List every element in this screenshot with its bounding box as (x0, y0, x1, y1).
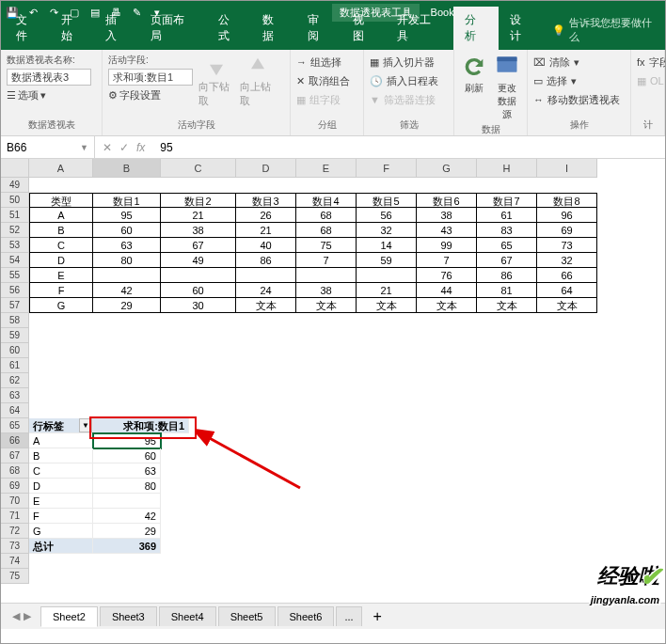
cell[interactable]: 67 (161, 238, 236, 253)
cell[interactable]: 数目7 (477, 193, 537, 208)
sheet-tab[interactable]: Sheet4 (159, 606, 216, 626)
sheet-tab[interactable]: Sheet6 (278, 606, 335, 626)
cell[interactable]: 行标签▼ (29, 418, 93, 433)
column-header[interactable]: G (417, 159, 477, 178)
cell[interactable]: 文本 (537, 298, 597, 313)
cell[interactable]: 24 (236, 283, 296, 298)
pivot-name-input[interactable]: 数据透视表3 (7, 69, 91, 86)
cell[interactable]: D (29, 253, 93, 268)
cell[interactable]: C (29, 238, 93, 253)
row-header[interactable]: 68 (1, 463, 29, 479)
column-header[interactable]: H (477, 159, 537, 178)
row-header[interactable]: 66 (1, 433, 29, 448)
cell[interactable] (236, 268, 296, 283)
cell[interactable]: 文本 (357, 298, 417, 313)
cell[interactable]: 类型 (29, 193, 93, 208)
row-header[interactable]: 69 (1, 479, 29, 494)
cell[interactable]: 64 (537, 283, 597, 298)
row-header[interactable]: 60 (1, 343, 29, 358)
cell[interactable]: 369 (93, 539, 161, 554)
cell[interactable]: E (29, 268, 93, 283)
cell[interactable]: 数目5 (357, 193, 417, 208)
change-source-button[interactable]: 更改数据源 (494, 54, 522, 121)
cell[interactable]: G (29, 298, 93, 313)
filter-dropdown[interactable]: ▼ (79, 418, 92, 432)
add-sheet-button[interactable]: + (364, 608, 391, 625)
cell[interactable]: 56 (357, 208, 417, 223)
sheet-nav[interactable]: ◀▶ (12, 610, 39, 622)
cell[interactable]: 60 (93, 223, 161, 238)
cell[interactable]: 32 (537, 253, 597, 268)
olap-button[interactable]: ▦ OL (637, 72, 666, 89)
cell[interactable]: 数目6 (417, 193, 477, 208)
cell[interactable]: 文本 (296, 298, 357, 313)
enter-icon[interactable]: ✓ (119, 141, 129, 154)
cell[interactable]: 76 (417, 268, 477, 283)
row-header[interactable]: 62 (1, 373, 29, 388)
cell[interactable] (357, 268, 417, 283)
insert-slicer-button[interactable]: ▦ 插入切片器 (370, 54, 438, 71)
cell[interactable]: 7 (296, 253, 357, 268)
row-header[interactable]: 63 (1, 388, 29, 403)
cell[interactable] (161, 268, 236, 283)
grid[interactable]: ABCDEFGHI 495051525354555657585960616263… (1, 159, 665, 603)
row-header[interactable]: 54 (1, 253, 29, 268)
row-header[interactable]: 53 (1, 238, 29, 253)
cell[interactable]: 数目1 (93, 193, 161, 208)
row-header[interactable]: 74 (1, 554, 29, 569)
row-header[interactable]: 75 (1, 569, 29, 584)
tab-file[interactable]: 文件 (5, 7, 50, 50)
refresh-button[interactable]: 刷新 (460, 54, 488, 95)
cell[interactable]: 数目3 (236, 193, 296, 208)
cell[interactable]: 文本 (477, 298, 537, 313)
cell[interactable]: G (29, 524, 93, 539)
drill-down-button[interactable]: 向下钻取 (198, 54, 234, 108)
cell[interactable]: 66 (537, 268, 597, 283)
row-header[interactable]: 56 (1, 283, 29, 298)
cell[interactable]: 14 (357, 238, 417, 253)
row-header[interactable]: 52 (1, 223, 29, 238)
tell-me[interactable]: 💡 告诉我您想要做什么 (548, 10, 665, 50)
move-button[interactable]: ↔ 移动数据透视表 (533, 91, 620, 108)
cell[interactable]: 67 (477, 253, 537, 268)
cell[interactable]: 21 (236, 223, 296, 238)
cell[interactable]: 26 (236, 208, 296, 223)
row-header[interactable]: 57 (1, 298, 29, 313)
cell[interactable]: 81 (477, 283, 537, 298)
clear-button[interactable]: ⌧ 清除 ▾ (533, 54, 620, 71)
cell[interactable]: B (29, 448, 93, 463)
cell[interactable]: 68 (296, 208, 357, 223)
drill-up-button[interactable]: 向上钻取 (240, 54, 276, 108)
tab-design[interactable]: 设计 (499, 7, 544, 50)
chevron-down-icon[interactable]: ▼ (80, 143, 88, 152)
tab-home[interactable]: 开始 (50, 7, 95, 50)
cell[interactable]: 7 (417, 253, 477, 268)
active-field-input[interactable]: 求和项:数目1 (108, 69, 193, 86)
cell[interactable] (93, 494, 161, 509)
cell[interactable]: 73 (537, 238, 597, 253)
tab-analyze[interactable]: 分析 (453, 7, 499, 50)
cell[interactable] (93, 268, 161, 283)
cell[interactable]: 29 (93, 524, 161, 539)
row-header[interactable]: 50 (1, 193, 29, 208)
cell[interactable]: C (29, 463, 93, 479)
cell[interactable]: 21 (357, 283, 417, 298)
column-header[interactable]: D (236, 159, 296, 178)
tab-dev[interactable]: 开发工具 (386, 7, 452, 50)
cell[interactable]: 42 (93, 509, 161, 524)
cell[interactable]: 38 (161, 223, 236, 238)
cell[interactable]: 60 (93, 448, 161, 463)
ungroup-button[interactable]: ✕ 取消组合 (296, 72, 350, 89)
row-header[interactable]: 73 (1, 539, 29, 554)
options-button[interactable]: ☰选项 ▾ (7, 87, 91, 102)
fx-icon[interactable]: fx (136, 141, 145, 154)
insert-timeline-button[interactable]: 🕓 插入日程表 (370, 72, 438, 89)
cell[interactable]: E (29, 494, 93, 509)
cell[interactable]: 32 (357, 223, 417, 238)
cell[interactable]: 总计 (29, 539, 93, 554)
cell[interactable]: 95 (93, 433, 161, 448)
cell[interactable]: 96 (537, 208, 597, 223)
cell[interactable]: 44 (417, 283, 477, 298)
sheet-more[interactable]: ... (336, 606, 361, 626)
cell[interactable]: 59 (357, 253, 417, 268)
